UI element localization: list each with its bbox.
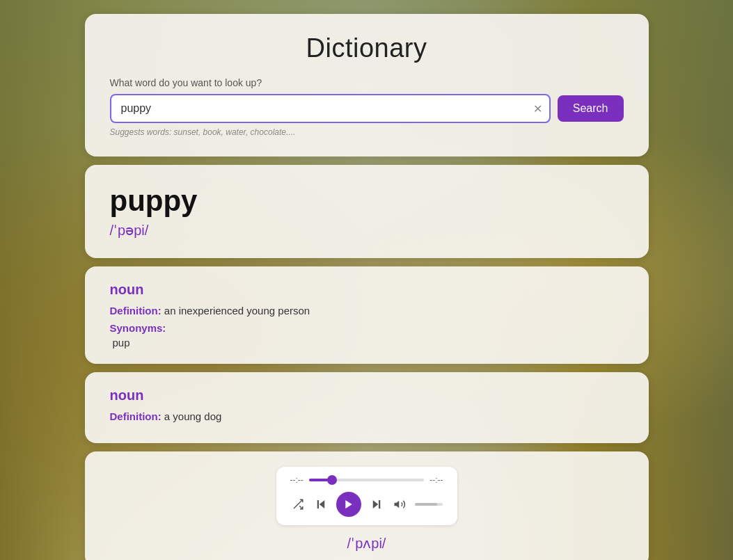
volume-button[interactable]: [392, 497, 407, 512]
search-label: What word do you want to look up?: [110, 77, 624, 88]
search-hint: Suggests words: sunset, book, water, cho…: [110, 127, 624, 137]
play-button[interactable]: [336, 492, 361, 517]
svg-marker-7: [395, 501, 400, 509]
part-of-speech-1: noun: [110, 282, 624, 298]
svg-marker-5: [373, 500, 379, 509]
definition-line-1: Definition: an inexperienced young perso…: [110, 305, 624, 317]
shuffle-button[interactable]: [290, 497, 306, 512]
search-row: ✕ Search: [110, 94, 624, 123]
word-title: puppy: [110, 184, 624, 218]
synonyms-line-1: Synonyms: pup: [110, 322, 624, 349]
svg-rect-6: [379, 500, 380, 509]
part-of-speech-2: noun: [110, 387, 624, 403]
definition-line-2: Definition: a young dog: [110, 410, 624, 422]
word-phonetic: /ˈpəpi/: [110, 222, 624, 239]
volume-track[interactable]: [415, 503, 443, 506]
definition-text-2: a young dog: [164, 410, 222, 422]
svg-rect-3: [317, 500, 318, 509]
synonym-word-1: pup: [113, 337, 624, 349]
definition-label-2: Definition:: [110, 410, 161, 422]
audio-time-current: --:--: [290, 475, 304, 485]
definition-card-2: noun Definition: a young dog: [85, 372, 649, 443]
audio-progress-row: --:-- --:--: [290, 475, 443, 485]
clear-button[interactable]: ✕: [532, 101, 544, 117]
audio-phonetic: /ˈpʌpi/: [347, 535, 386, 552]
word-card: puppy /ˈpəpi/: [85, 165, 649, 258]
definition-card-1: noun Definition: an inexperienced young …: [85, 266, 649, 364]
audio-track[interactable]: [309, 479, 424, 481]
audio-thumb: [327, 475, 337, 485]
synonyms-label-1: Synonyms:: [110, 322, 166, 334]
app-title: Dictionary: [110, 33, 624, 63]
audio-card: --:-- --:--: [85, 451, 649, 560]
svg-marker-2: [319, 500, 324, 509]
audio-time-total: --:--: [429, 475, 443, 485]
rewind-button[interactable]: [313, 497, 329, 512]
volume-fill: [415, 503, 437, 506]
svg-marker-4: [345, 500, 352, 509]
definition-label-1: Definition:: [110, 305, 161, 317]
search-input[interactable]: [110, 94, 551, 123]
definition-text-1: an inexperienced young person: [164, 305, 310, 317]
search-card: Dictionary What word do you want to look…: [85, 14, 649, 157]
audio-player: --:-- --:--: [276, 467, 457, 525]
audio-controls-row: [290, 492, 443, 517]
search-input-wrapper: ✕: [110, 94, 551, 123]
search-button[interactable]: Search: [558, 95, 624, 122]
fast-forward-button[interactable]: [369, 497, 384, 512]
